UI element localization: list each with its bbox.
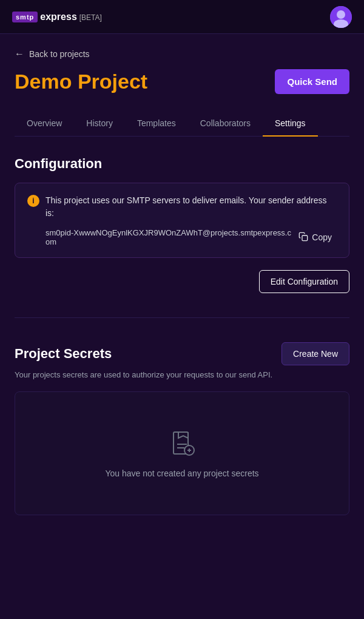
back-label: Back to projects [29,49,90,59]
create-new-secret-button[interactable]: Create New [281,342,349,365]
quick-send-button[interactable]: Quick Send [275,69,349,94]
tab-collaborators[interactable]: Collaborators [188,111,263,137]
configuration-title: Configuration [15,156,349,172]
smtp-logo: smtp [12,12,38,22]
top-navigation: smtp express[BETA] [0,0,364,34]
tab-overview[interactable]: Overview [15,111,74,137]
secrets-title: Project Secrets [15,346,112,362]
info-message: This project uses our SMTP servers to de… [46,194,337,220]
tab-templates[interactable]: Templates [125,111,188,137]
empty-secrets-text: You have not created any project secrets [105,468,258,478]
section-divider [15,317,349,318]
main-content: ← Back to projects Demo Project Quick Se… [0,49,364,515]
empty-secrets-area: You have not created any project secrets [15,391,349,515]
svg-point-1 [337,10,345,19]
project-title: Demo Project [15,70,147,93]
info-box-header: i This project uses our SMTP servers to … [27,194,337,220]
logo-area: smtp express[BETA] [12,12,102,22]
edit-configuration-button[interactable]: Edit Configuration [259,270,349,293]
svg-rect-3 [302,235,308,241]
avatar[interactable] [330,6,352,28]
back-to-projects-link[interactable]: ← Back to projects [15,49,349,59]
tab-settings[interactable]: Settings [263,111,318,137]
copy-icon [298,232,308,243]
sender-email: sm0pid-XwwwNOgEynlKGXJR9WOnZAWhT@project… [46,228,294,246]
configuration-info-box: i This project uses our SMTP servers to … [15,183,349,258]
express-logo: express[BETA] [40,12,102,22]
empty-secrets-icon [167,428,197,460]
back-arrow-icon: ← [15,49,24,59]
email-row: sm0pid-XwwwNOgEynlKGXJR9WOnZAWhT@project… [27,228,337,246]
copy-email-button[interactable]: Copy [294,229,337,246]
tab-history[interactable]: History [74,111,125,137]
info-icon: i [27,195,39,207]
project-title-row: Demo Project Quick Send [15,69,349,94]
secrets-header: Project Secrets Create New [15,342,349,365]
copy-label: Copy [312,232,332,242]
tabs-nav: Overview History Templates Collaborators… [15,111,349,137]
secrets-description: Your projects secrets are used to author… [15,370,349,379]
